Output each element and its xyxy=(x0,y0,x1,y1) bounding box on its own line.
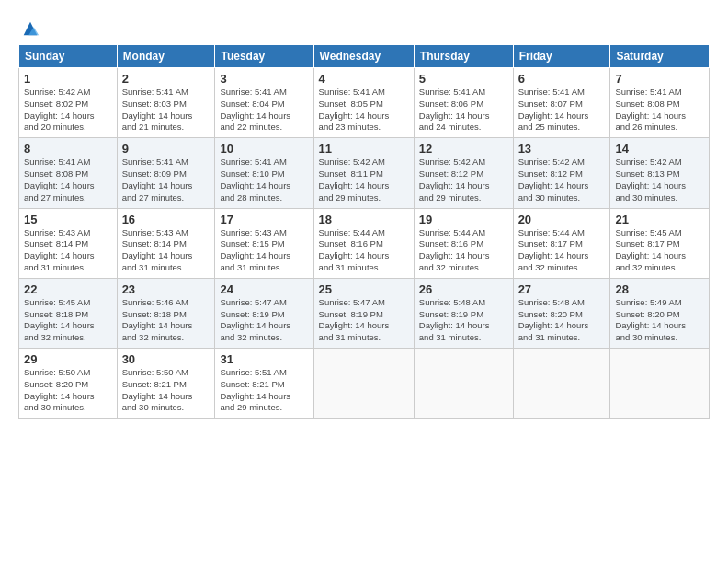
day-cell-20: 20Sunrise: 5:44 AMSunset: 8:17 PMDayligh… xyxy=(513,208,610,278)
weekday-header-row: SundayMondayTuesdayWednesdayThursdayFrid… xyxy=(19,45,710,68)
day-cell-2: 2Sunrise: 5:41 AMSunset: 8:03 PMDaylight… xyxy=(117,68,215,138)
day-cell-25: 25Sunrise: 5:47 AMSunset: 8:19 PMDayligh… xyxy=(313,278,414,348)
day-cell-8: 8Sunrise: 5:41 AMSunset: 8:08 PMDaylight… xyxy=(19,138,118,208)
day-info: Sunrise: 5:49 AMSunset: 8:20 PMDaylight:… xyxy=(615,297,704,344)
weekday-header-tuesday: Tuesday xyxy=(215,45,313,68)
day-info: Sunrise: 5:43 AMSunset: 8:14 PMDaylight:… xyxy=(122,227,210,274)
day-cell-6: 6Sunrise: 5:41 AMSunset: 8:07 PMDaylight… xyxy=(513,68,610,138)
day-info: Sunrise: 5:44 AMSunset: 8:16 PMDaylight:… xyxy=(319,227,409,274)
day-number: 15 xyxy=(24,213,112,226)
day-number: 21 xyxy=(615,213,704,226)
day-info: Sunrise: 5:51 AMSunset: 8:21 PMDaylight:… xyxy=(220,367,308,414)
day-cell-28: 28Sunrise: 5:49 AMSunset: 8:20 PMDayligh… xyxy=(610,278,710,348)
day-number: 31 xyxy=(220,352,308,366)
day-info: Sunrise: 5:41 AMSunset: 8:05 PMDaylight:… xyxy=(319,86,409,133)
day-number: 22 xyxy=(24,282,112,296)
day-cell-26: 26Sunrise: 5:48 AMSunset: 8:19 PMDayligh… xyxy=(414,278,513,348)
day-info: Sunrise: 5:42 AMSunset: 8:02 PMDaylight:… xyxy=(24,86,112,133)
day-info: Sunrise: 5:42 AMSunset: 8:13 PMDaylight:… xyxy=(615,156,704,203)
empty-cell xyxy=(513,349,610,419)
weekday-header-friday: Friday xyxy=(513,45,610,68)
day-cell-9: 9Sunrise: 5:41 AMSunset: 8:09 PMDaylight… xyxy=(117,138,215,208)
day-cell-15: 15Sunrise: 5:43 AMSunset: 8:14 PMDayligh… xyxy=(19,208,118,278)
day-number: 7 xyxy=(615,72,704,86)
day-number: 8 xyxy=(24,142,112,155)
day-info: Sunrise: 5:47 AMSunset: 8:19 PMDaylight:… xyxy=(220,297,308,344)
day-number: 9 xyxy=(122,142,210,155)
empty-cell xyxy=(414,349,513,419)
day-number: 18 xyxy=(319,213,409,226)
week-row-3: 15Sunrise: 5:43 AMSunset: 8:14 PMDayligh… xyxy=(19,208,710,278)
day-number: 28 xyxy=(615,282,704,296)
day-number: 17 xyxy=(220,213,308,226)
week-row-4: 22Sunrise: 5:45 AMSunset: 8:18 PMDayligh… xyxy=(19,278,710,348)
day-cell-14: 14Sunrise: 5:42 AMSunset: 8:13 PMDayligh… xyxy=(610,138,710,208)
day-info: Sunrise: 5:43 AMSunset: 8:14 PMDaylight:… xyxy=(24,227,112,274)
day-cell-12: 12Sunrise: 5:42 AMSunset: 8:12 PMDayligh… xyxy=(414,138,513,208)
day-cell-5: 5Sunrise: 5:41 AMSunset: 8:06 PMDaylight… xyxy=(414,68,513,138)
day-info: Sunrise: 5:41 AMSunset: 8:08 PMDaylight:… xyxy=(615,86,704,133)
logo xyxy=(18,20,40,39)
day-number: 20 xyxy=(518,213,606,226)
day-number: 14 xyxy=(615,142,704,155)
day-cell-29: 29Sunrise: 5:50 AMSunset: 8:20 PMDayligh… xyxy=(19,349,118,419)
day-info: Sunrise: 5:41 AMSunset: 8:04 PMDaylight:… xyxy=(220,86,308,133)
day-cell-19: 19Sunrise: 5:44 AMSunset: 8:16 PMDayligh… xyxy=(414,208,513,278)
day-info: Sunrise: 5:41 AMSunset: 8:10 PMDaylight:… xyxy=(220,156,308,203)
day-cell-11: 11Sunrise: 5:42 AMSunset: 8:11 PMDayligh… xyxy=(313,138,414,208)
weekday-header-thursday: Thursday xyxy=(414,45,513,68)
day-info: Sunrise: 5:50 AMSunset: 8:21 PMDaylight:… xyxy=(122,367,210,414)
day-cell-7: 7Sunrise: 5:41 AMSunset: 8:08 PMDaylight… xyxy=(610,68,710,138)
day-cell-21: 21Sunrise: 5:45 AMSunset: 8:17 PMDayligh… xyxy=(610,208,710,278)
day-cell-1: 1Sunrise: 5:42 AMSunset: 8:02 PMDaylight… xyxy=(19,68,118,138)
week-row-5: 29Sunrise: 5:50 AMSunset: 8:20 PMDayligh… xyxy=(19,349,710,419)
day-number: 27 xyxy=(518,282,606,296)
day-cell-18: 18Sunrise: 5:44 AMSunset: 8:16 PMDayligh… xyxy=(313,208,414,278)
day-cell-24: 24Sunrise: 5:47 AMSunset: 8:19 PMDayligh… xyxy=(215,278,313,348)
day-number: 11 xyxy=(319,142,409,155)
day-info: Sunrise: 5:42 AMSunset: 8:12 PMDaylight:… xyxy=(518,156,606,203)
calendar: SundayMondayTuesdayWednesdayThursdayFrid… xyxy=(18,44,710,419)
day-cell-22: 22Sunrise: 5:45 AMSunset: 8:18 PMDayligh… xyxy=(19,278,118,348)
day-info: Sunrise: 5:41 AMSunset: 8:09 PMDaylight:… xyxy=(122,156,210,203)
day-cell-4: 4Sunrise: 5:41 AMSunset: 8:05 PMDaylight… xyxy=(313,68,414,138)
day-info: Sunrise: 5:41 AMSunset: 8:03 PMDaylight:… xyxy=(122,86,210,133)
weekday-header-saturday: Saturday xyxy=(610,45,710,68)
day-cell-13: 13Sunrise: 5:42 AMSunset: 8:12 PMDayligh… xyxy=(513,138,610,208)
page: SundayMondayTuesdayWednesdayThursdayFrid… xyxy=(0,0,728,428)
day-cell-30: 30Sunrise: 5:50 AMSunset: 8:21 PMDayligh… xyxy=(117,349,215,419)
day-cell-16: 16Sunrise: 5:43 AMSunset: 8:14 PMDayligh… xyxy=(117,208,215,278)
day-number: 23 xyxy=(122,282,210,296)
day-number: 29 xyxy=(24,352,112,366)
empty-cell xyxy=(610,349,710,419)
weekday-header-monday: Monday xyxy=(117,45,215,68)
day-info: Sunrise: 5:45 AMSunset: 8:17 PMDaylight:… xyxy=(615,227,704,274)
day-cell-31: 31Sunrise: 5:51 AMSunset: 8:21 PMDayligh… xyxy=(215,349,313,419)
day-info: Sunrise: 5:42 AMSunset: 8:12 PMDaylight:… xyxy=(419,156,508,203)
week-row-2: 8Sunrise: 5:41 AMSunset: 8:08 PMDaylight… xyxy=(19,138,710,208)
day-number: 16 xyxy=(122,213,210,226)
day-number: 12 xyxy=(419,142,508,155)
week-row-1: 1Sunrise: 5:42 AMSunset: 8:02 PMDaylight… xyxy=(19,68,710,138)
empty-cell xyxy=(313,349,414,419)
day-cell-10: 10Sunrise: 5:41 AMSunset: 8:10 PMDayligh… xyxy=(215,138,313,208)
logo-icon xyxy=(20,18,40,39)
day-info: Sunrise: 5:43 AMSunset: 8:15 PMDaylight:… xyxy=(220,227,308,274)
weekday-header-sunday: Sunday xyxy=(19,45,118,68)
day-info: Sunrise: 5:50 AMSunset: 8:20 PMDaylight:… xyxy=(24,367,112,414)
day-number: 6 xyxy=(518,72,606,86)
day-info: Sunrise: 5:41 AMSunset: 8:06 PMDaylight:… xyxy=(419,86,508,133)
day-number: 5 xyxy=(419,72,508,86)
day-info: Sunrise: 5:48 AMSunset: 8:20 PMDaylight:… xyxy=(518,297,606,344)
day-info: Sunrise: 5:46 AMSunset: 8:18 PMDaylight:… xyxy=(122,297,210,344)
day-cell-27: 27Sunrise: 5:48 AMSunset: 8:20 PMDayligh… xyxy=(513,278,610,348)
day-number: 10 xyxy=(220,142,308,155)
day-number: 26 xyxy=(419,282,508,296)
day-info: Sunrise: 5:41 AMSunset: 8:08 PMDaylight:… xyxy=(24,156,112,203)
day-number: 25 xyxy=(319,282,409,296)
day-info: Sunrise: 5:44 AMSunset: 8:17 PMDaylight:… xyxy=(518,227,606,274)
day-cell-17: 17Sunrise: 5:43 AMSunset: 8:15 PMDayligh… xyxy=(215,208,313,278)
day-cell-23: 23Sunrise: 5:46 AMSunset: 8:18 PMDayligh… xyxy=(117,278,215,348)
day-number: 2 xyxy=(122,72,210,86)
day-number: 4 xyxy=(319,72,409,86)
